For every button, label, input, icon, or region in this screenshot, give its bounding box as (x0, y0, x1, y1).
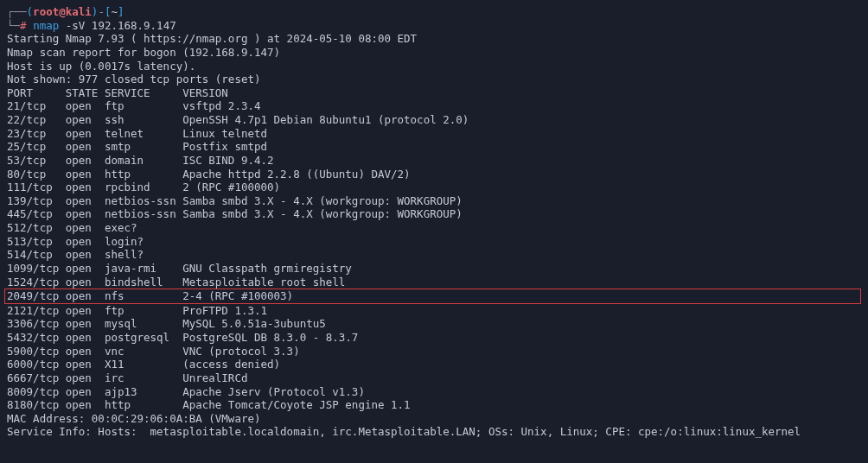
port-row: 23/tcp open telnet Linux telnetd (7, 127, 861, 141)
port-row: 2121/tcp open ftp ProFTPD 1.3.1 (7, 304, 861, 318)
output-line: Host is up (0.0017s latency). (7, 60, 861, 73)
port-row: 8009/tcp open ajp13 Apache Jserv (Protoc… (7, 385, 861, 399)
prompt-user: root (33, 5, 59, 18)
port-row-highlighted: 2049/tcp open nfs 2-4 (RPC #100003) (4, 289, 861, 304)
prompt-host: kali (66, 5, 92, 18)
port-row: 3306/tcp open mysql MySQL 5.0.51a-3ubunt… (7, 317, 861, 331)
port-row: 512/tcp open exec? (7, 221, 861, 235)
port-row: 53/tcp open domain ISC BIND 9.4.2 (7, 154, 861, 168)
prompt-hash: # (20, 19, 27, 32)
port-row: 21/tcp open ftp vsftpd 2.3.4 (7, 99, 861, 113)
prompt-at: @ (59, 5, 66, 18)
port-row: 5900/tcp open vnc VNC (protocol 3.3) (7, 345, 861, 358)
port-row: 513/tcp open login? (7, 235, 861, 249)
output-line: Nmap scan report for bogon (192.168.9.14… (7, 46, 861, 60)
command-name: nmap (33, 19, 59, 32)
prompt-path: ~ (111, 5, 118, 18)
port-row: 514/tcp open shell? (7, 248, 861, 262)
port-row: 6000/tcp open X11 (access denied) (7, 358, 861, 371)
port-row: 111/tcp open rpcbind 2 (RPC #100000) (7, 181, 861, 194)
output-line: Not shown: 977 closed tcp ports (reset) (7, 73, 861, 86)
command-args: -sV 192.168.9.147 (66, 19, 176, 32)
port-row: 6667/tcp open irc UnrealIRCd (7, 371, 861, 385)
prompt-line-1: ┌──(root@kali)-[~] (7, 5, 861, 19)
port-row: 22/tcp open ssh OpenSSH 4.7p1 Debian 8ub… (7, 113, 861, 127)
port-row: 8180/tcp open http Apache Tomcat/Coyote … (7, 398, 861, 412)
table-header: PORT STATE SERVICE VERSION (7, 86, 861, 100)
prompt-line-2[interactable]: └─# nmap -sV 192.168.9.147 (7, 19, 861, 33)
output-line: Starting Nmap 7.93 ( https://nmap.org ) … (7, 32, 861, 46)
port-row: 25/tcp open smtp Postfix smtpd (7, 140, 861, 154)
port-row: 1524/tcp open bindshell Metasploitable r… (7, 276, 861, 289)
port-row: 445/tcp open netbios-ssn Samba smbd 3.X … (7, 207, 861, 221)
port-row: 1099/tcp open java-rmi GNU Classpath grm… (7, 262, 861, 276)
port-row: 5432/tcp open postgresql PostgreSQL DB 8… (7, 331, 861, 345)
port-row: 139/tcp open netbios-ssn Samba smbd 3.X … (7, 194, 861, 208)
service-info-line: Service Info: Hosts: metasploitable.loca… (7, 425, 861, 439)
port-row: 80/tcp open http Apache httpd 2.2.8 ((Ub… (7, 168, 861, 181)
mac-address-line: MAC Address: 00:0C:29:06:0A:BA (VMware) (7, 412, 861, 426)
